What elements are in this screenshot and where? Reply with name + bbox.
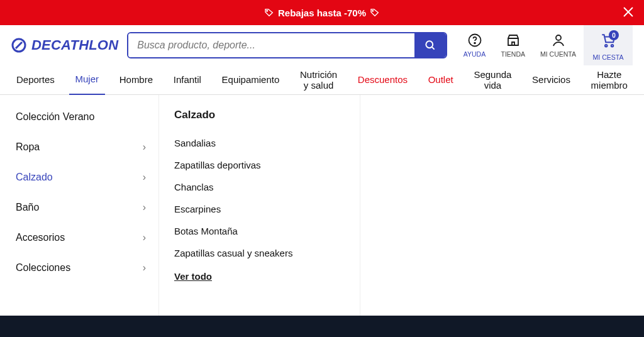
nav-label: Hombre xyxy=(119,74,153,85)
submenu-link-zapatillas-deportivas[interactable]: Zapatillas deportivas xyxy=(174,160,342,170)
chevron-right-icon: › xyxy=(143,232,146,243)
sidebar-item-label: Colección Verano xyxy=(16,111,94,123)
help-icon xyxy=(467,33,482,48)
submenu-link-sandalias[interactable]: Sandalias xyxy=(174,138,342,148)
sidebar-item-colecciones[interactable]: Colecciones › xyxy=(16,260,150,276)
nav-label: Hazte xyxy=(597,69,621,80)
mega-menu: Colección Verano Ropa › Calzado › Baño ›… xyxy=(0,95,644,316)
submenu-link-chanclas[interactable]: Chanclas xyxy=(174,182,342,192)
nav-label: Equipamiento xyxy=(222,74,280,85)
submenu-see-all[interactable]: Ver todo xyxy=(174,271,342,282)
sidebar-item-label: Colecciones xyxy=(16,262,70,273)
footer xyxy=(0,316,644,337)
nav-mujer[interactable]: Mujer xyxy=(69,65,106,95)
cart-button[interactable]: 0 MI CESTA xyxy=(584,25,633,65)
chevron-right-icon: › xyxy=(143,141,146,153)
nav-label: Infantil xyxy=(174,74,201,85)
svg-point-0 xyxy=(267,10,268,11)
svg-point-3 xyxy=(426,41,433,48)
nav-label: y salud xyxy=(304,80,334,91)
submenu-link-botas-montana[interactable]: Botas Montaña xyxy=(174,226,342,236)
nav-nutricion-salud[interactable]: Nutricióny salud xyxy=(294,65,343,95)
nav-label: Segunda xyxy=(474,69,511,80)
search-icon xyxy=(424,39,436,52)
submenu-link-escarpines[interactable]: Escarpines xyxy=(174,204,342,214)
sidebar-item-coleccion-verano[interactable]: Colección Verano xyxy=(16,109,150,125)
nav-servicios[interactable]: Servicios xyxy=(526,65,577,95)
sidebar-item-label: Ropa xyxy=(16,141,40,153)
sidebar-item-label: Calzado xyxy=(16,172,53,183)
account-button[interactable]: MI CUENTA xyxy=(533,25,584,65)
tag-icon xyxy=(264,8,274,18)
help-label: AYUDA xyxy=(464,50,486,58)
nav-label: miembro xyxy=(591,80,628,91)
chevron-right-icon: › xyxy=(143,202,146,213)
sidebar-item-label: Baño xyxy=(16,202,39,213)
header-actions: AYUDA TIENDA MI CUENTA 0 MI CESTA xyxy=(456,25,633,65)
store-button[interactable]: TIENDA xyxy=(494,25,533,65)
tag-icon xyxy=(370,8,380,18)
promo-banner[interactable]: Rebajas hasta -70% xyxy=(0,0,644,25)
search-box xyxy=(127,32,447,58)
nav-label: Deportes xyxy=(16,74,55,85)
sidebar-item-calzado[interactable]: Calzado › xyxy=(16,169,150,185)
svg-point-1 xyxy=(372,10,374,11)
svg-point-8 xyxy=(611,45,613,47)
cart-count-badge: 0 xyxy=(609,30,619,40)
submenu-link-zapatillas-casual[interactable]: Zapatillas casual y sneakers xyxy=(174,248,342,258)
sidebar-item-ropa[interactable]: Ropa › xyxy=(16,139,150,155)
nav-outlet[interactable]: Outlet xyxy=(422,65,460,95)
svg-point-6 xyxy=(556,35,561,40)
header: DECATHLON AYUDA TIENDA MI CUENTA 0 MI CE… xyxy=(0,25,644,65)
nav-label: vida xyxy=(484,80,502,91)
sidebar-item-bano[interactable]: Baño › xyxy=(16,199,150,216)
nav-deportes[interactable]: Deportes xyxy=(10,65,61,95)
nav-label: Outlet xyxy=(428,74,453,85)
nav-label: Mujer xyxy=(75,74,99,84)
brand-logo[interactable]: DECATHLON xyxy=(11,37,118,53)
search-input[interactable] xyxy=(128,33,414,57)
nav-label: Descuentos xyxy=(358,74,408,85)
search-button[interactable] xyxy=(414,33,446,57)
chevron-right-icon: › xyxy=(143,262,146,273)
logo-icon xyxy=(11,38,26,53)
chevron-right-icon: › xyxy=(143,172,146,183)
subcategory-panel: Calzado Sandalias Zapatillas deportivas … xyxy=(159,95,360,316)
promo-text: Rebajas hasta -70% xyxy=(278,8,366,18)
category-sidebar: Colección Verano Ropa › Calzado › Baño ›… xyxy=(0,95,159,316)
nav-label: Servicios xyxy=(532,74,570,85)
nav-infantil[interactable]: Infantil xyxy=(167,65,208,95)
nav-descuentos[interactable]: Descuentos xyxy=(352,65,414,95)
account-label: MI CUENTA xyxy=(540,50,576,58)
subcategory-title: Calzado xyxy=(174,109,342,121)
store-label: TIENDA xyxy=(501,50,526,58)
nav-hazte-miembro[interactable]: Haztemiembro xyxy=(585,65,634,95)
nav-equipamiento[interactable]: Equipamiento xyxy=(216,65,286,95)
nav-segunda-vida[interactable]: Segundavida xyxy=(467,65,518,95)
sidebar-item-accesorios[interactable]: Accesorios › xyxy=(16,229,150,246)
store-icon xyxy=(506,33,521,48)
nav-label: Nutrición xyxy=(300,69,337,80)
svg-point-5 xyxy=(474,43,475,44)
main-nav: Deportes Mujer Hombre Infantil Equipamie… xyxy=(0,65,644,95)
help-button[interactable]: AYUDA xyxy=(456,25,494,65)
cart-label: MI CESTA xyxy=(593,53,624,61)
brand-name: DECATHLON xyxy=(31,37,118,53)
svg-point-7 xyxy=(605,45,607,47)
sidebar-item-label: Accesorios xyxy=(16,232,65,243)
user-icon xyxy=(551,33,566,48)
close-icon[interactable] xyxy=(621,5,635,19)
nav-hombre[interactable]: Hombre xyxy=(113,65,159,95)
